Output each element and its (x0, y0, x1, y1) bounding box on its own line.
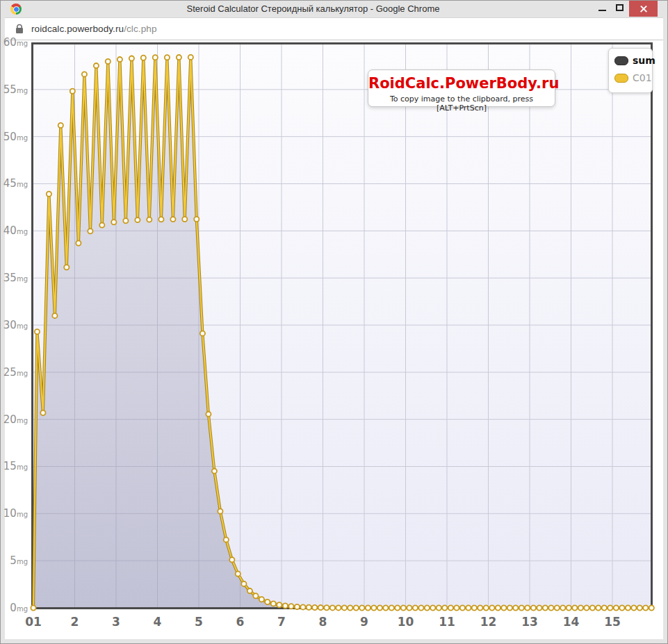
page-content: 0mg5mg10mg15mg20mg25mg30mg35mg40mg45mg50… (5, 40, 663, 639)
x-axis-tick-label: 9 (349, 615, 380, 629)
x-axis-tick-label: 10 (391, 615, 421, 629)
chart-legend: sum C01 (608, 48, 653, 93)
y-axis-tick-label: 20mg (1, 413, 28, 428)
concentration-chart[interactable] (1, 40, 668, 611)
minimize-button[interactable] (594, 1, 612, 17)
y-axis-tick-label: 10mg (1, 506, 28, 522)
x-axis-tick-label: 11 (432, 615, 462, 629)
y-axis-tick-label: 40mg (1, 224, 28, 239)
legend-label-sum: sum (633, 55, 655, 66)
browser-window: Steroid Calculator Стероидный калькулято… (0, 0, 668, 644)
y-axis-tick-label: 0mg (1, 601, 28, 616)
watermark-box: RoidCalc.PowerBody.ru To copy image to t… (368, 69, 555, 107)
chart-area: 0mg5mg10mg15mg20mg25mg30mg35mg40mg45mg50… (1, 40, 668, 641)
y-axis-tick-label: 50mg (1, 130, 28, 145)
y-axis-tick-label: 15mg (1, 459, 28, 474)
x-axis-tick-label: 5 (184, 615, 214, 629)
watermark-title: RoidCalc.PowerBody.ru (368, 75, 555, 92)
x-axis-tick-label: 12 (473, 615, 504, 629)
x-axis-tick-label: 01 (18, 615, 49, 629)
legend-swatch-c01 (614, 74, 628, 83)
window-title: Steroid Calculator Стероидный калькулято… (42, 1, 584, 17)
x-axis-tick-label: 7 (266, 615, 297, 629)
url-path: /clc.php (124, 24, 156, 34)
address-bar[interactable]: roidcalc.powerbody.ru/clc.php (5, 17, 663, 40)
legend-swatch-sum (614, 56, 628, 65)
window-controls (594, 1, 658, 17)
watermark-subtitle: To copy image to the clipboard, press [A… (368, 94, 555, 113)
titlebar: Steroid Calculator Стероидный калькулято… (1, 1, 667, 17)
y-axis-tick-label: 60mg (1, 35, 28, 51)
y-axis-tick-label: 45mg (1, 176, 28, 192)
padlock-icon[interactable] (15, 24, 24, 34)
legend-label-c01: C01 (633, 72, 652, 83)
url-text[interactable]: roidcalc.powerbody.ru/clc.php (31, 24, 157, 34)
y-axis-tick-label: 35mg (1, 271, 28, 286)
y-axis-tick-label: 5mg (1, 554, 28, 569)
y-axis-tick-label: 25mg (1, 365, 28, 381)
x-axis-tick-label: 6 (225, 615, 256, 629)
x-axis-tick-label: 14 (556, 615, 587, 629)
url-domain: roidcalc.powerbody.ru (31, 24, 124, 34)
y-axis-tick-label: 55mg (1, 83, 28, 98)
x-axis-tick-label: 4 (142, 615, 173, 629)
maximize-button[interactable] (612, 1, 629, 17)
x-axis-tick-label: 2 (60, 615, 90, 629)
x-axis-tick-label: 3 (101, 615, 131, 629)
x-axis-tick-label: 13 (514, 615, 545, 629)
legend-item-sum[interactable]: sum (614, 55, 652, 66)
close-button[interactable] (629, 1, 658, 17)
chrome-logo-icon (10, 3, 22, 15)
x-axis-tick-label: 15 (597, 615, 628, 629)
legend-item-c01[interactable]: C01 (614, 72, 652, 83)
y-axis-tick-label: 30mg (1, 318, 28, 333)
x-axis-tick-label: 8 (308, 615, 339, 629)
